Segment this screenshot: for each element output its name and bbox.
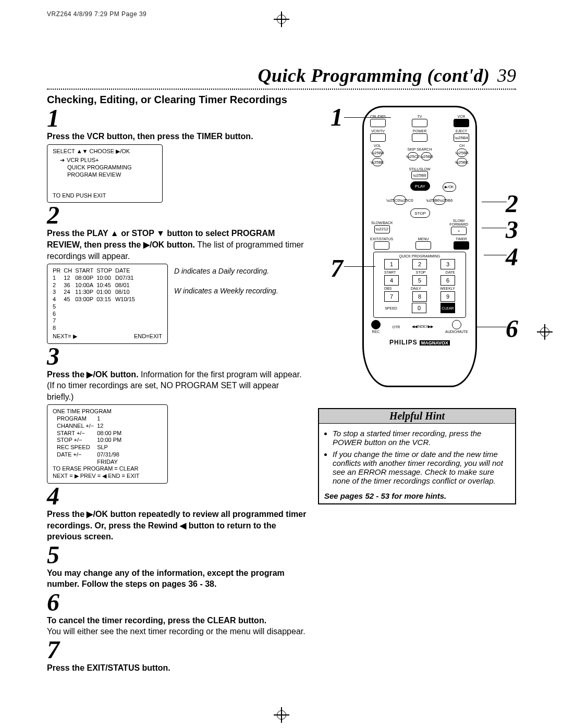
lbl-ch: CH: [459, 144, 464, 147]
osd3-foot2: NEXT = ▶ PREV = ◀ END = EXIT: [53, 473, 162, 480]
osd-screen-2: PR CH START STOP DATE 11208:00P10:00D07/…: [47, 264, 168, 344]
btn-timer: [454, 241, 469, 250]
osd1-opt3: PROGRAM REVIEW: [53, 171, 157, 179]
step-number-3: 3: [47, 344, 308, 369]
page-number: 39: [497, 65, 516, 86]
step-number-2: 2: [47, 203, 308, 228]
btn-ch-down: \u25BE: [457, 158, 467, 166]
kp-2: 2: [412, 259, 427, 269]
lbl-index: ◀◀INDEX▶▶: [412, 325, 433, 329]
kp-0: 0: [412, 303, 426, 313]
btn-stop: STOP: [410, 208, 430, 218]
step7-text: Press the EXIT/STATUS button.: [47, 663, 170, 672]
btn-skip-back: \u25C2: [408, 152, 418, 161]
lbl-slowback: SLOW/BACK: [371, 221, 393, 225]
osd-screen-1: SELECT ▲▼ CHOOSE ▶/OK VCR PLUS+ QUICK PR…: [47, 144, 163, 203]
btn-play: PLAY: [410, 181, 430, 191]
btn-exitstatus: [374, 241, 389, 250]
divider-dotted: [47, 89, 516, 91]
btn-stillslow: \u25B8: [411, 171, 428, 179]
kp-6: 6: [440, 275, 455, 286]
kp-8: 8: [412, 291, 427, 302]
hint-item-1: To stop a started timer recording, press…: [333, 429, 510, 447]
hint-footer: See pages 52 - 53 for more hints.: [319, 491, 515, 503]
btn-ffwd: \u25B6\u25B6: [433, 195, 446, 205]
legend-daily: D indicates a Daily recording.: [174, 267, 278, 275]
step-number-1: 1: [47, 106, 308, 131]
btn-minus: \u2212: [374, 225, 390, 233]
transport-wheel: PLAY STOP \u25C0\u25C0 \u25B6\u25B6 ▶/OK: [394, 181, 446, 218]
step-number-5: 5: [47, 542, 308, 567]
callout-3: 3: [506, 215, 518, 244]
btn-power: [412, 133, 427, 142]
lbl-stop: STOP: [416, 270, 426, 274]
btn-vcrtv: [370, 133, 386, 142]
kp-7: 7: [384, 291, 399, 302]
osd3-day: FRIDAY: [53, 459, 162, 466]
lbl-quickprogramming: QUICK PROGRAMMING: [375, 254, 464, 258]
btn-vcr-label: VCR: [458, 115, 466, 118]
hint-item-2: If you change the time or date and the n…: [333, 450, 510, 485]
lbl-speed: SPEED: [384, 306, 398, 310]
kp-5: 5: [412, 275, 427, 286]
remote-body: CBL/DBS TV VCR VCR/TV POWER EJECT\u25B4 …: [362, 106, 477, 387]
lbl-daily: DAILY: [411, 287, 421, 290]
osd1-footer: TO END PUSH EXIT: [53, 192, 157, 200]
osd-screen-3: ONE TIME PROGRAM PROGRAM1 CHANNEL +/−12 …: [47, 404, 168, 484]
hint-title: Helpful Hint: [319, 409, 515, 424]
callout-2: 2: [506, 189, 518, 218]
btn-vcr: [454, 119, 469, 127]
page-title: Quick Programming (cont'd): [258, 65, 490, 86]
btn-rec: [371, 320, 381, 329]
kp-1: 1: [384, 259, 399, 269]
btn-vcrtv-label: VCR/TV: [371, 129, 385, 133]
btn-tv: [412, 119, 427, 127]
step6-bold: To cancel the timer recording, press the…: [47, 616, 266, 625]
osd1-opt1: VCR PLUS+: [53, 157, 157, 164]
btn-audiomute: [452, 320, 461, 329]
btn-cbldbs-label: CBL/DBS: [370, 115, 386, 118]
callout-7: 7: [331, 254, 343, 282]
btn-eject: \u25B4: [454, 133, 469, 142]
btn-vol-up: \u25B4: [372, 149, 383, 157]
btn-power-label: POWER: [413, 129, 426, 133]
lbl-slowfwd: SLOW/ FORWARD: [449, 219, 468, 226]
btn-eject-label: EJECT: [456, 129, 467, 133]
lbl-menu: MENU: [418, 237, 429, 241]
btn-clear: CLEAR: [440, 303, 455, 313]
lbl-dbs: DBS: [384, 287, 391, 290]
lbl-skip: SKIP SEARCH: [408, 147, 432, 151]
kp-9: 9: [440, 291, 455, 302]
btn-menu: [415, 241, 431, 250]
lbl-exitstatus: EXIT/STATUS: [370, 237, 393, 241]
btn-ok: ▶/OK: [443, 182, 456, 192]
osd2-end: END=EXIT: [134, 333, 162, 340]
callout-1: 1: [331, 103, 343, 131]
legend-weekly: W indicates a Weekly recording.: [174, 287, 278, 295]
btn-vol-down: \u25BE: [372, 158, 383, 166]
kp-4: 4: [384, 275, 399, 286]
btn-tv-label: TV: [418, 115, 422, 118]
step-number-6: 6: [47, 590, 308, 615]
callout-6: 6: [506, 314, 518, 343]
btn-plus: +: [451, 227, 467, 235]
btn-cbldbs: [370, 119, 386, 127]
btn-skip-fwd: \u25B8: [421, 152, 432, 161]
lbl-stillslow: STILL/SLOW: [370, 167, 469, 171]
osd1-opt2: QUICK PROGRAMMING: [53, 164, 157, 171]
kp-3: 3: [440, 259, 455, 269]
lbl-weekly: WEEKLY: [440, 287, 455, 290]
section-heading: Checking, Editing, or Clearing Timer Rec…: [47, 94, 516, 106]
osd1-header: SELECT ▲▼ CHOOSE ▶/OK: [53, 148, 157, 155]
helpful-hint-box: Helpful Hint To stop a started timer rec…: [318, 408, 516, 504]
step4-text: Press the ▶/OK button repeatedly to revi…: [47, 510, 306, 541]
btn-ch-up: \u25B4: [457, 149, 467, 157]
quick-programming-frame: QUICK PROGRAMMING 1 2 3 START STOP DATE: [373, 252, 466, 318]
lbl-start: START: [384, 270, 396, 274]
step3-bold: Press the ▶/OK button.: [47, 370, 139, 379]
step1-text: Press the VCR button, then press the TIM…: [47, 132, 253, 141]
timer-table: PR CH START STOP DATE 11208:00P10:00D07/…: [53, 267, 138, 332]
osd3-foot1: TO ERASE PROGRAM = CLEAR: [53, 465, 162, 473]
lbl-date: DATE: [446, 270, 455, 274]
brand-label: PHILIPSMAGNAVOX: [370, 339, 469, 346]
